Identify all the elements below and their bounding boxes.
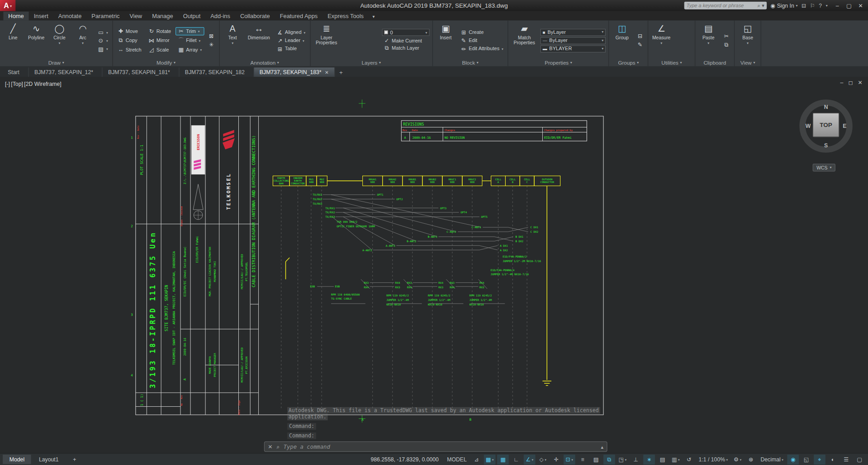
panel-label-properties[interactable]: Properties ▾ [508,59,609,66]
quick-properties-icon[interactable]: ▤ [657,454,669,464]
polyline-button[interactable]: ∿ Polyline [26,22,47,59]
ortho-mode-icon[interactable]: ∟ [510,454,522,464]
tab-output[interactable]: Output [178,12,206,21]
file-tab-start[interactable]: Start [2,67,29,77]
transparency-icon[interactable]: ▨ [590,454,602,464]
object-color-select[interactable]: ■ ByLayer ▾ [541,28,606,36]
measure-button[interactable]: ∠ Measure ▾ [651,22,672,59]
edit-attributes-button[interactable]: ✏ Edit Attributes [459,45,505,52]
tab-parametric[interactable]: Parametric [86,12,124,21]
layout1-tab[interactable]: Layout1 [32,455,65,464]
close-button[interactable]: ✕ [855,0,867,11]
cut-icon[interactable]: ✂ [721,33,731,40]
move-button[interactable]: ✚ Move [116,28,143,35]
lineweight-select[interactable]: — ByLayer ▾ [541,37,606,44]
infer-constraints-icon[interactable]: ⊿ [470,454,482,464]
copy-clip-icon[interactable]: ⧉ [721,41,731,48]
copy-button[interactable]: ⧉ Copy [116,36,143,45]
viewcube-top-face[interactable]: TOP [813,113,840,137]
mirror-button[interactable]: ⋈ Mirror [147,36,173,45]
minimize-button[interactable]: – [831,0,843,11]
circle-button[interactable]: ◯ Circle ▾ [49,22,70,59]
doc-close-button[interactable]: ✕ [858,80,863,85]
3d-object-snap-icon[interactable]: ◳ [617,454,628,464]
dimension-button[interactable]: ↔ Dimension [246,22,272,59]
layer-select[interactable]: 0 ▾ [382,29,429,36]
tab-featured-apps[interactable]: Featured Apps [275,12,323,21]
stretch-button[interactable]: ↔ Stretch [116,46,143,53]
match-properties-button[interactable]: ▰ Match Properties [511,22,538,59]
object-snap-tracking-icon[interactable]: ✛ [550,454,562,464]
line-button[interactable]: ╱ Line [3,22,23,59]
command-close-icon[interactable]: ✕ [268,444,272,450]
sign-in-button[interactable]: ◉ Sign In ▾ [770,3,797,9]
cad-drawing[interactable]: EARTHCOLLECTINGBARINDOOREARTHCONDUCTORMU… [0,77,868,453]
help-dropdown-icon[interactable]: ▾ [826,3,828,8]
tab-annotate[interactable]: Annotate [53,12,86,21]
search-icon[interactable]: ⌕ [757,3,760,9]
panel-label-utilities[interactable]: Utilities ▾ [648,59,695,66]
dynamic-ucs-icon[interactable]: ⊥ [630,454,642,464]
rectangle-icon[interactable]: ▭ [96,28,110,36]
customization-icon[interactable]: ☰ [840,454,852,464]
trim-button[interactable]: ✂ Trim [176,28,204,35]
tab-express-tools[interactable]: Express Tools [323,12,369,21]
panel-label-annotation[interactable]: Annotation ▾ [219,59,310,66]
ungroup-icon[interactable]: ⊟ [635,33,645,40]
gizmo-icon[interactable]: ↺ [683,454,695,464]
tab-manage[interactable]: Manage [147,12,178,21]
paste-button[interactable]: ▤ Paste ▾ [698,22,719,59]
viewport-menu-button[interactable]: [-] [5,81,10,87]
clean-screen-icon[interactable]: ▢ [854,454,865,464]
graphics-performance-icon[interactable]: ⌖ [814,454,825,464]
model-space-button[interactable]: MODEL [444,454,470,464]
search-input[interactable] [687,3,756,8]
hatch-icon[interactable]: ▨ [96,45,110,52]
tab-add-ins[interactable]: Add-ins [205,12,235,21]
ribbon-display-toggle[interactable]: ▾ [369,13,379,20]
group-edit-icon[interactable]: ✎ [635,41,645,48]
fillet-button[interactable]: ⌒ Fillet [176,36,204,45]
create-block-button[interactable]: ⊞ Create [459,28,505,36]
group-button[interactable]: ◫ Group [612,22,632,59]
compass-west-label[interactable]: W [806,123,811,129]
compass-south-label[interactable]: S [824,142,828,148]
viewport-visual-style-button[interactable]: [2D Wireframe] [24,81,61,87]
linetype-select[interactable]: ▬ BYLAYER ▾ [541,45,606,52]
compass-north-label[interactable]: N [824,104,828,110]
new-layout-button[interactable]: + [66,455,83,464]
panel-label-groups[interactable]: Groups ▾ [609,59,648,66]
tab-insert[interactable]: Insert [29,12,53,21]
explode-icon[interactable]: ✳ [206,41,216,48]
close-tab-icon[interactable]: ✕ [325,70,329,75]
panel-label-modify[interactable]: Modify ▾ [113,59,219,66]
annotation-scale-button[interactable]: 1:1 / 100% [696,454,730,464]
grid-display-icon[interactable]: ▦ [497,454,509,464]
help-icon[interactable]: ? [819,3,822,9]
tab-home[interactable]: Home [3,12,28,21]
base-view-button[interactable]: ◱ Base ▾ [737,22,758,59]
polar-tracking-icon[interactable]: ∠ [524,454,536,464]
command-line[interactable]: ✕ ⌕ Type a command ▴ [264,442,607,452]
erase-icon[interactable]: ⊠ [206,33,216,40]
table-button[interactable]: ⊞ Table [275,45,307,52]
make-current-button[interactable]: ✓ Make Current [382,37,429,44]
file-tab-sekapin-182[interactable]: BJM737, SEKAPIN_182 [180,67,254,77]
new-tab-button[interactable]: + [335,68,347,77]
command-input[interactable]: Type a command [284,444,597,450]
edit-block-button[interactable]: ✎ Edit [459,37,505,44]
doc-restore-button[interactable]: ◻ [848,80,853,85]
insert-block-button[interactable]: ▣ Insert [436,22,456,59]
panel-label-clipboard[interactable]: Clipboard [695,59,734,66]
match-layer-button[interactable]: ⧉ Match Layer [382,44,429,52]
command-search-icon[interactable]: ⌕ [276,443,280,450]
doc-minimize-button[interactable]: – [840,80,844,85]
isometric-drafting-icon[interactable]: ◇ [537,454,549,464]
arc-button[interactable]: ◠ Arc ▾ [72,22,93,59]
annotation-monitor-icon[interactable]: ⊕ [745,454,757,464]
units-select[interactable]: Decimal [758,454,786,464]
tab-view[interactable]: View [124,12,147,21]
cart-icon[interactable]: ⊟ [802,3,806,9]
workspace-gear-icon[interactable]: ⚙ [732,454,744,464]
panel-label-draw[interactable]: Draw ▾ [0,59,112,66]
